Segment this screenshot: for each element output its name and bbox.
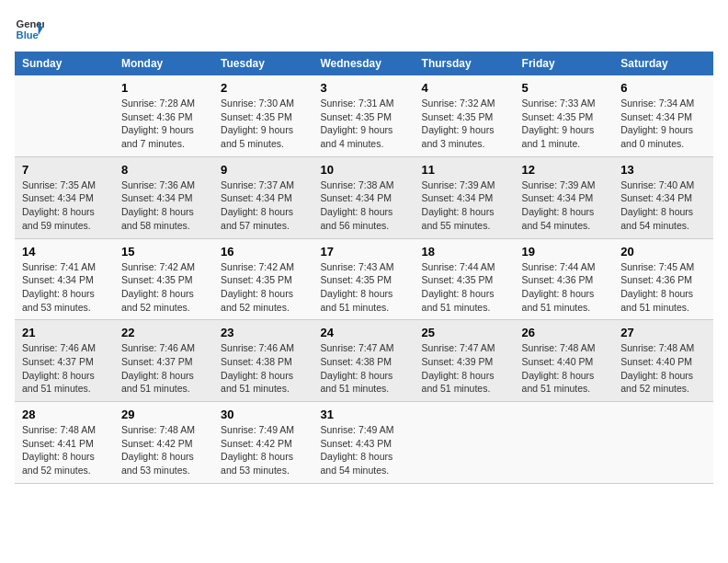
calendar-cell: 10Sunrise: 7:38 AM Sunset: 4:34 PM Dayli…: [313, 156, 414, 238]
day-info: Sunrise: 7:44 AM Sunset: 4:35 PM Dayligh…: [422, 260, 507, 315]
day-number: 29: [121, 408, 206, 421]
calendar-cell: 29Sunrise: 7:48 AM Sunset: 4:42 PM Dayli…: [114, 402, 213, 484]
calendar-cell: 22Sunrise: 7:46 AM Sunset: 4:37 PM Dayli…: [114, 320, 213, 402]
calendar-cell: 1Sunrise: 7:28 AM Sunset: 4:36 PM Daylig…: [114, 75, 213, 156]
day-number: 30: [221, 408, 305, 421]
day-number: 31: [320, 408, 406, 421]
day-number: 3: [320, 81, 406, 95]
day-info: Sunrise: 7:42 AM Sunset: 4:35 PM Dayligh…: [221, 260, 305, 315]
day-number: 7: [22, 163, 107, 177]
calendar-week-row: 14Sunrise: 7:41 AM Sunset: 4:34 PM Dayli…: [15, 238, 713, 320]
day-info: Sunrise: 7:43 AM Sunset: 4:35 PM Dayligh…: [320, 260, 406, 315]
day-number: 25: [422, 326, 507, 339]
weekday-header-sunday: Sunday: [15, 52, 114, 75]
calendar-cell: 15Sunrise: 7:42 AM Sunset: 4:35 PM Dayli…: [114, 238, 213, 320]
day-info: Sunrise: 7:46 AM Sunset: 4:37 PM Dayligh…: [22, 341, 107, 396]
day-number: 10: [320, 163, 406, 177]
day-info: Sunrise: 7:28 AM Sunset: 4:36 PM Dayligh…: [121, 97, 206, 151]
day-info: Sunrise: 7:36 AM Sunset: 4:34 PM Dayligh…: [121, 178, 206, 233]
weekday-header-tuesday: Tuesday: [213, 52, 313, 75]
day-info: Sunrise: 7:49 AM Sunset: 4:43 PM Dayligh…: [320, 423, 406, 477]
day-info: Sunrise: 7:37 AM Sunset: 4:34 PM Dayligh…: [221, 178, 305, 233]
day-info: Sunrise: 7:45 AM Sunset: 4:36 PM Dayligh…: [620, 260, 706, 315]
weekday-header-row: SundayMondayTuesdayWednesdayThursdayFrid…: [15, 52, 713, 75]
day-info: Sunrise: 7:38 AM Sunset: 4:34 PM Dayligh…: [320, 178, 406, 233]
calendar-cell: 18Sunrise: 7:44 AM Sunset: 4:35 PM Dayli…: [415, 238, 515, 320]
calendar-cell: 30Sunrise: 7:49 AM Sunset: 4:42 PM Dayli…: [213, 402, 313, 484]
day-info: Sunrise: 7:30 AM Sunset: 4:35 PM Dayligh…: [221, 97, 305, 151]
day-number: 17: [320, 245, 406, 259]
calendar-cell: [415, 402, 515, 484]
calendar-cell: 6Sunrise: 7:34 AM Sunset: 4:34 PM Daylig…: [613, 75, 713, 156]
day-info: Sunrise: 7:49 AM Sunset: 4:42 PM Dayligh…: [221, 423, 305, 477]
calendar-week-row: 28Sunrise: 7:48 AM Sunset: 4:41 PM Dayli…: [15, 402, 713, 484]
day-info: Sunrise: 7:46 AM Sunset: 4:38 PM Dayligh…: [221, 341, 305, 396]
day-number: 26: [522, 326, 607, 339]
day-info: Sunrise: 7:33 AM Sunset: 4:35 PM Dayligh…: [522, 97, 607, 151]
day-number: 19: [522, 245, 607, 259]
day-info: Sunrise: 7:47 AM Sunset: 4:39 PM Dayligh…: [422, 341, 507, 396]
weekday-header-friday: Friday: [515, 52, 614, 75]
weekday-header-wednesday: Wednesday: [313, 52, 414, 75]
calendar-cell: 7Sunrise: 7:35 AM Sunset: 4:34 PM Daylig…: [15, 156, 114, 238]
day-info: Sunrise: 7:39 AM Sunset: 4:34 PM Dayligh…: [522, 178, 607, 233]
day-number: 27: [620, 326, 706, 339]
calendar-cell: [15, 75, 114, 156]
day-info: Sunrise: 7:40 AM Sunset: 4:34 PM Dayligh…: [620, 178, 706, 233]
calendar-cell: 21Sunrise: 7:46 AM Sunset: 4:37 PM Dayli…: [15, 320, 114, 402]
calendar-cell: 14Sunrise: 7:41 AM Sunset: 4:34 PM Dayli…: [15, 238, 114, 320]
day-info: Sunrise: 7:42 AM Sunset: 4:35 PM Dayligh…: [121, 260, 206, 315]
calendar-cell: 23Sunrise: 7:46 AM Sunset: 4:38 PM Dayli…: [213, 320, 313, 402]
day-number: 1: [121, 81, 206, 95]
day-number: 6: [620, 81, 706, 95]
day-number: 16: [221, 245, 305, 259]
day-number: 21: [22, 326, 107, 339]
weekday-header-saturday: Saturday: [613, 52, 713, 75]
day-info: Sunrise: 7:35 AM Sunset: 4:34 PM Dayligh…: [22, 178, 107, 233]
day-number: 4: [422, 81, 507, 95]
calendar-cell: 11Sunrise: 7:39 AM Sunset: 4:34 PM Dayli…: [415, 156, 515, 238]
calendar-cell: 13Sunrise: 7:40 AM Sunset: 4:34 PM Dayli…: [613, 156, 713, 238]
calendar-cell: [515, 402, 614, 484]
day-number: 22: [121, 326, 206, 339]
day-number: 8: [121, 163, 206, 177]
calendar-cell: 24Sunrise: 7:47 AM Sunset: 4:38 PM Dayli…: [313, 320, 414, 402]
calendar-cell: 28Sunrise: 7:48 AM Sunset: 4:41 PM Dayli…: [15, 402, 114, 484]
calendar-cell: 9Sunrise: 7:37 AM Sunset: 4:34 PM Daylig…: [213, 156, 313, 238]
day-info: Sunrise: 7:48 AM Sunset: 4:40 PM Dayligh…: [522, 341, 607, 396]
calendar-week-row: 21Sunrise: 7:46 AM Sunset: 4:37 PM Dayli…: [15, 320, 713, 402]
calendar-cell: 26Sunrise: 7:48 AM Sunset: 4:40 PM Dayli…: [515, 320, 614, 402]
day-info: Sunrise: 7:32 AM Sunset: 4:35 PM Dayligh…: [422, 97, 507, 151]
calendar-cell: 31Sunrise: 7:49 AM Sunset: 4:43 PM Dayli…: [313, 402, 414, 484]
weekday-header-monday: Monday: [114, 52, 213, 75]
day-info: Sunrise: 7:47 AM Sunset: 4:38 PM Dayligh…: [320, 341, 406, 396]
logo: General Blue: [15, 15, 44, 44]
logo-icon: General Blue: [15, 15, 44, 44]
day-number: 18: [422, 245, 507, 259]
calendar-cell: 8Sunrise: 7:36 AM Sunset: 4:34 PM Daylig…: [114, 156, 213, 238]
day-number: 2: [221, 81, 305, 95]
day-number: 20: [620, 245, 706, 259]
calendar-cell: 16Sunrise: 7:42 AM Sunset: 4:35 PM Dayli…: [213, 238, 313, 320]
page-header: General Blue: [15, 15, 713, 44]
calendar-cell: 2Sunrise: 7:30 AM Sunset: 4:35 PM Daylig…: [213, 75, 313, 156]
day-number: 11: [422, 163, 507, 177]
day-number: 13: [620, 163, 706, 177]
day-number: 5: [522, 81, 607, 95]
day-info: Sunrise: 7:31 AM Sunset: 4:35 PM Dayligh…: [320, 97, 406, 151]
day-info: Sunrise: 7:48 AM Sunset: 4:42 PM Dayligh…: [121, 423, 206, 477]
day-info: Sunrise: 7:41 AM Sunset: 4:34 PM Dayligh…: [22, 260, 107, 315]
calendar-cell: 19Sunrise: 7:44 AM Sunset: 4:36 PM Dayli…: [515, 238, 614, 320]
calendar-cell: 3Sunrise: 7:31 AM Sunset: 4:35 PM Daylig…: [313, 75, 414, 156]
calendar-table: SundayMondayTuesdayWednesdayThursdayFrid…: [15, 52, 713, 484]
calendar-cell: 12Sunrise: 7:39 AM Sunset: 4:34 PM Dayli…: [515, 156, 614, 238]
calendar-cell: 25Sunrise: 7:47 AM Sunset: 4:39 PM Dayli…: [415, 320, 515, 402]
calendar-week-row: 7Sunrise: 7:35 AM Sunset: 4:34 PM Daylig…: [15, 156, 713, 238]
day-info: Sunrise: 7:48 AM Sunset: 4:41 PM Dayligh…: [22, 423, 107, 477]
calendar-cell: 20Sunrise: 7:45 AM Sunset: 4:36 PM Dayli…: [613, 238, 713, 320]
day-number: 28: [22, 408, 107, 421]
calendar-cell: 4Sunrise: 7:32 AM Sunset: 4:35 PM Daylig…: [415, 75, 515, 156]
calendar-week-row: 1Sunrise: 7:28 AM Sunset: 4:36 PM Daylig…: [15, 75, 713, 156]
day-info: Sunrise: 7:44 AM Sunset: 4:36 PM Dayligh…: [522, 260, 607, 315]
day-number: 15: [121, 245, 206, 259]
